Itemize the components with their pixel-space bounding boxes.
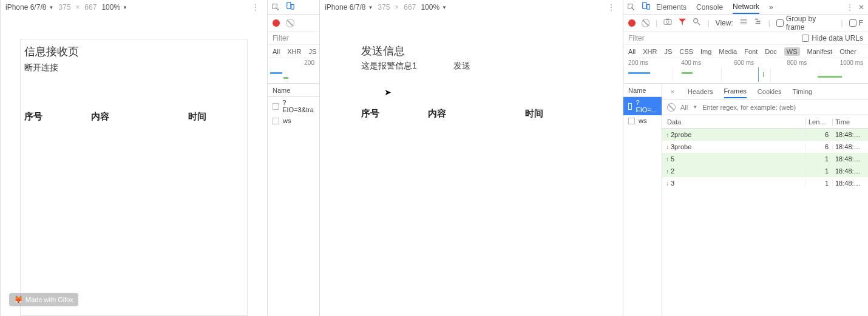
subtab-cookies[interactable]: Cookies: [758, 86, 782, 98]
send-button[interactable]: 发送: [453, 61, 470, 72]
device-width[interactable]: 375: [58, 3, 70, 12]
message-input[interactable]: 这是报警信息1: [361, 61, 417, 72]
frames-table: Data Len… Time ↑2probe618:48:…↓3probe618…: [662, 115, 868, 189]
search-icon[interactable]: [693, 18, 701, 28]
filter-manifest[interactable]: Manifest: [807, 48, 833, 55]
kebab-menu-icon[interactable]: ⋮: [605, 2, 618, 12]
name-column-header[interactable]: Name: [268, 84, 319, 97]
filter-all[interactable]: All: [273, 48, 280, 55]
disconnect-button[interactable]: 断开连接: [24, 61, 58, 75]
column-header-content: 内容: [91, 111, 188, 123]
device-select-left[interactable]: iPhone 6/7/8▼: [5, 3, 53, 12]
request-row[interactable]: ?EIO=...: [623, 97, 662, 115]
arrow-down-icon: ↓: [666, 144, 669, 150]
emulated-viewport-left: 信息接收页 断开连接 序号 内容 时间: [20, 39, 248, 316]
element-picker-icon[interactable]: [627, 3, 636, 12]
group-by-frame-checkbox[interactable]: Group by frame: [776, 15, 835, 32]
filter-js[interactable]: JS: [664, 48, 672, 55]
request-subtabs: × Headers Frames Cookies Timing: [662, 84, 868, 99]
dimension-separator: ×: [75, 3, 80, 12]
tab-elements[interactable]: Elements: [656, 1, 687, 13]
frame-filter-all[interactable]: All: [680, 104, 688, 111]
clear-icon[interactable]: [286, 19, 294, 27]
tab-network[interactable]: Network: [733, 1, 759, 14]
frame-length: 1: [806, 155, 833, 163]
view-label: View:: [716, 19, 733, 27]
zoom-select-left[interactable]: 100%▼: [101, 3, 127, 12]
waterfall-overview-left[interactable]: 200: [268, 58, 319, 84]
filter-font[interactable]: Font: [744, 48, 758, 55]
request-row[interactable]: ?EIO=3&tra: [268, 97, 319, 115]
column-header-index: 序号: [361, 108, 428, 119]
filter-input[interactable]: Filter: [273, 34, 314, 42]
screenshot-icon[interactable]: [663, 18, 672, 28]
name-column-header[interactable]: Name: [623, 84, 662, 97]
arrow-down-icon: ↓: [666, 180, 669, 187]
filter-xhr[interactable]: XHR: [643, 48, 657, 55]
frame-row[interactable]: ↓3probe618:48:…: [662, 141, 868, 153]
waterfall-view-icon[interactable]: [754, 18, 762, 28]
clear-icon[interactable]: [642, 19, 650, 27]
request-icon: [628, 103, 632, 110]
column-header-index: 序号: [24, 111, 91, 123]
filter-input[interactable]: Filter: [628, 34, 797, 42]
record-icon[interactable]: [628, 19, 636, 27]
hide-data-urls-checkbox[interactable]: Hide data URLs: [802, 34, 863, 42]
svg-point-9: [694, 19, 698, 23]
device-height[interactable]: 667: [84, 3, 97, 12]
filter-doc[interactable]: Doc: [765, 48, 777, 55]
large-rows-icon[interactable]: [739, 18, 748, 28]
device-height[interactable]: 667: [404, 3, 416, 12]
subtab-frames[interactable]: Frames: [724, 85, 747, 98]
filter-other[interactable]: Other: [839, 48, 856, 55]
svg-point-7: [666, 21, 669, 23]
tab-more-icon[interactable]: »: [769, 1, 773, 13]
element-picker-icon[interactable]: [271, 3, 280, 12]
kebab-menu-icon[interactable]: ⋮: [249, 2, 262, 12]
record-icon[interactable]: [273, 19, 280, 27]
request-row[interactable]: ws: [623, 115, 662, 126]
col-length[interactable]: Len…: [806, 118, 833, 126]
filter-js[interactable]: JS: [308, 48, 316, 55]
subtab-timing[interactable]: Timing: [793, 86, 813, 98]
close-icon[interactable]: ×: [668, 88, 677, 95]
frame-regex-input[interactable]: [702, 104, 863, 111]
frame-row[interactable]: ↓3118:48:…: [662, 177, 868, 189]
svg-rect-8: [666, 19, 670, 20]
column-header-time: 时间: [525, 108, 581, 119]
frame-length: 1: [806, 167, 833, 175]
cursor-icon: ➤: [384, 87, 392, 97]
close-icon[interactable]: ✕: [858, 3, 864, 12]
device-mode-toolbar-left: iPhone 6/7/8▼ 375 × 667 100%▼ ⋮: [1, 0, 267, 15]
kebab-menu-icon[interactable]: ⋮: [846, 3, 853, 12]
request-icon: [628, 118, 635, 124]
frame-row[interactable]: ↑5118:48:…: [662, 153, 868, 165]
col-time[interactable]: Time: [833, 118, 868, 126]
frame-row[interactable]: ↑2118:48:…: [662, 165, 868, 177]
emulated-viewport-mid: 发送信息 这是报警信息1 发送 序号 内容 时间 ➤: [358, 39, 585, 316]
filter-media[interactable]: Media: [719, 48, 737, 55]
frame-length: 6: [806, 131, 833, 138]
device-mode-icon[interactable]: [642, 2, 650, 12]
clear-icon[interactable]: [667, 103, 676, 112]
tab-console[interactable]: Console: [696, 1, 723, 13]
waterfall-overview-right[interactable]: 200 ms400 ms600 ms800 ms1000 ms: [623, 58, 868, 84]
col-data[interactable]: Data: [662, 118, 806, 126]
subtab-headers[interactable]: Headers: [688, 86, 713, 98]
filter-img[interactable]: Img: [700, 48, 711, 55]
filter-css[interactable]: CSS: [679, 48, 693, 55]
zoom-select-mid[interactable]: 100%▼: [421, 3, 447, 12]
device-select-mid[interactable]: iPhone 6/7/8▼: [325, 3, 373, 12]
request-row[interactable]: ws: [268, 115, 319, 126]
filter-all[interactable]: All: [628, 48, 636, 55]
frame-row[interactable]: ↑2probe618:48:…: [662, 129, 868, 141]
device-mode-icon[interactable]: [286, 2, 294, 12]
filter-icon[interactable]: [678, 18, 687, 28]
preserve-log-checkbox[interactable]: F: [849, 19, 863, 27]
device-width[interactable]: 375: [378, 3, 390, 12]
filter-ws[interactable]: WS: [784, 47, 800, 56]
chevron-down-icon: ▼: [123, 5, 127, 10]
frame-length: 1: [806, 180, 833, 187]
request-icon: [273, 118, 279, 124]
filter-xhr[interactable]: XHR: [287, 48, 301, 55]
